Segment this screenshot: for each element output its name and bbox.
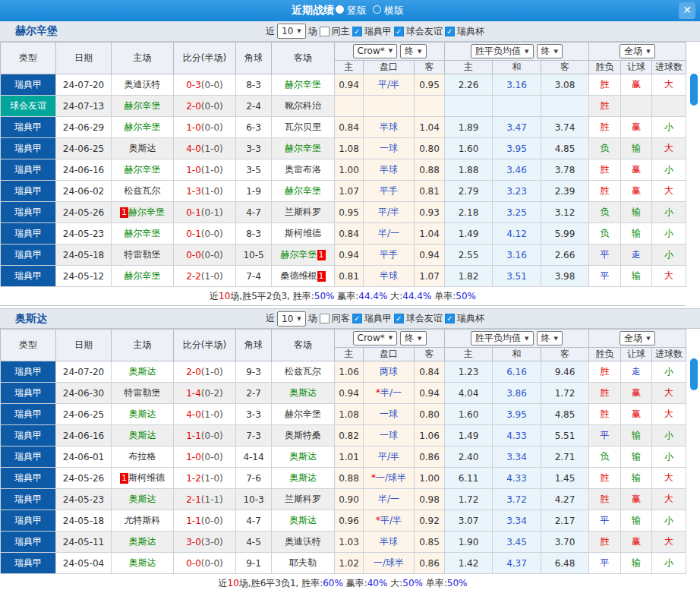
final-select[interactable]: 终▼ bbox=[400, 44, 426, 58]
ah-away-odds: 0.81 bbox=[415, 181, 445, 202]
layout-radio-group: 竖版横版 bbox=[334, 4, 408, 17]
result-handicap: 输 bbox=[621, 446, 652, 468]
result-wdl: 胜 bbox=[589, 532, 621, 553]
avg-odds-select[interactable]: 胜平负均值▼ bbox=[471, 44, 533, 58]
away-team-cell: 奥迪沃特 bbox=[272, 532, 335, 553]
result-wdl: 胜 bbox=[589, 159, 621, 181]
odds-company-select[interactable]: Crow*▼ bbox=[353, 331, 398, 345]
halftime-score: (0-0) bbox=[201, 558, 223, 569]
result-handicap: 赢 bbox=[621, 181, 652, 202]
layout-radio-1[interactable] bbox=[373, 5, 381, 14]
score-cell: 1-0(1-0) bbox=[174, 159, 236, 181]
team-section-away: 奥斯达 近10▼场同客✓瑞典甲✓球会友谊✓瑞典杯 类型日期主场比分(半场)角球客… bbox=[0, 308, 700, 590]
games-count-select[interactable]: 10▼ bbox=[277, 311, 306, 327]
games-count-select[interactable]: 10▼ bbox=[277, 24, 306, 39]
home-team-cell: 赫尔辛堡 bbox=[112, 266, 174, 287]
select-value: 全场 bbox=[624, 332, 642, 345]
home-team-cell: 奥斯达 bbox=[112, 425, 174, 446]
result-handicap: 输 bbox=[621, 223, 652, 245]
sub-col-header: 让球 bbox=[621, 348, 652, 361]
scrollbar-thumb[interactable] bbox=[690, 358, 698, 390]
avg-odds-select[interactable]: 胜平负均值▼ bbox=[471, 331, 533, 345]
eu-home-odds: 1.82 bbox=[445, 266, 493, 287]
matches-table: 类型日期主场比分(半场)角球客场Crow*▼终▼胜平负均值▼终▼全场▼主盘口客主… bbox=[0, 42, 686, 287]
same-venue-checkbox[interactable] bbox=[320, 314, 330, 323]
same-venue-checkbox[interactable] bbox=[320, 27, 330, 36]
ah-away-odds: 0.95 bbox=[415, 74, 445, 96]
league-label-1: 球会友谊 bbox=[406, 25, 443, 38]
sub-col-header: 客 bbox=[415, 61, 445, 74]
team-label: 奥斯特桑 bbox=[285, 430, 321, 440]
eu-home-odds: 2.26 bbox=[445, 74, 493, 96]
games-label: 场 bbox=[308, 312, 317, 325]
fulltime-score: 0-1 bbox=[186, 207, 201, 218]
final-select[interactable]: 终▼ bbox=[400, 331, 426, 345]
ah-away-odds: 0.80 bbox=[415, 404, 445, 425]
team-section-home: 赫尔辛堡 近10▼场同主✓瑞典甲✓球会友谊✓瑞典杯 类型日期主场比分(半场)角球… bbox=[0, 21, 700, 306]
result-handicap: 输 bbox=[621, 425, 652, 446]
result-handicap: 赢 bbox=[621, 159, 652, 181]
corner-cell: 3-5 bbox=[236, 159, 272, 181]
layout-radio-0[interactable] bbox=[336, 5, 344, 14]
sub-col-header: 让球 bbox=[621, 61, 652, 74]
home-team-cell: 特雷勒堡 bbox=[112, 383, 174, 404]
panel-title: 近期战绩 bbox=[292, 4, 334, 17]
date-cell: 24-05-12 bbox=[56, 266, 112, 287]
handicap-cell: *一/球半 bbox=[364, 468, 415, 489]
fulltime-score: 2-2 bbox=[186, 271, 201, 282]
ah-away-odds: 0.88 bbox=[415, 159, 445, 181]
league-label-2: 瑞典杯 bbox=[457, 25, 484, 38]
corner-cell: 4-7 bbox=[236, 510, 272, 532]
eu-home-odds: 2.40 bbox=[445, 446, 493, 468]
result-wdl: 胜 bbox=[589, 468, 621, 489]
handicap-cell: 半球 bbox=[364, 266, 415, 287]
date-cell: 24-05-18 bbox=[56, 510, 112, 532]
eu-away-odds: 3.78 bbox=[541, 159, 589, 181]
col-header: 比分(半场) bbox=[174, 330, 236, 361]
away-team-cell: 奥斯达 bbox=[272, 468, 335, 489]
match-type-cell: 瑞典甲 bbox=[1, 468, 56, 489]
result-goals: 大 bbox=[652, 138, 686, 159]
select-value: 10 bbox=[282, 314, 293, 324]
handicap-cell: 一/球半 bbox=[364, 553, 415, 574]
avg-final-select[interactable]: 终▼ bbox=[537, 331, 563, 345]
close-button[interactable]: ✕ bbox=[679, 2, 695, 19]
result-goals: 小 bbox=[652, 159, 686, 181]
match-row: 瑞典甲24-06-02松兹瓦尔1-3(1-0)1-9赫尔辛堡1.07平手0.81… bbox=[1, 181, 686, 202]
match-row: 瑞典甲24-05-12赫尔辛堡2-2(1-0)7-4桑德维根10.81半球1.0… bbox=[1, 266, 686, 287]
odds-company-select[interactable]: Crow*▼ bbox=[353, 44, 398, 58]
ah-home-odds: 0.84 bbox=[335, 223, 364, 245]
handicap-cell: 平/半 bbox=[364, 74, 415, 96]
scrollbar-thumb[interactable] bbox=[690, 74, 698, 106]
date-cell: 24-06-29 bbox=[56, 117, 112, 138]
sub-col-header: 主 bbox=[335, 348, 364, 361]
fulltime-score: 1-2 bbox=[186, 473, 201, 484]
match-row: 瑞典甲24-06-30特雷勒堡1-4(0-2)2-7奥斯达0.94*半/一0.9… bbox=[1, 383, 686, 404]
team-label: 奥斯达 bbox=[289, 451, 317, 462]
result-goals: 小 bbox=[652, 425, 686, 446]
handicap-label: 一球 bbox=[380, 143, 398, 153]
league-checkbox-1[interactable]: ✓ bbox=[394, 27, 404, 36]
avg-final-select[interactable]: 终▼ bbox=[537, 44, 563, 58]
eu-home-odds: 1.90 bbox=[445, 532, 493, 553]
league-checkbox-2[interactable]: ✓ bbox=[445, 27, 455, 36]
match-row: 瑞典甲24-05-23奥斯达2-1(1-1)10-3兰斯科罗0.90半/一0.9… bbox=[1, 489, 686, 510]
section-strip: 奥斯达 近10▼场同客✓瑞典甲✓球会友谊✓瑞典杯 bbox=[0, 308, 700, 329]
col-header: 比分(半场) bbox=[174, 43, 236, 74]
team-label: 奥斯达 bbox=[289, 515, 317, 525]
score-cell: 2-1(1-1) bbox=[174, 489, 236, 510]
date-cell: 24-06-25 bbox=[56, 138, 112, 159]
eu-draw-odds: 3.34 bbox=[493, 510, 541, 532]
league-checkbox-0[interactable]: ✓ bbox=[352, 27, 362, 36]
score-cell: 2-0(1-0) bbox=[174, 361, 236, 383]
scope-select[interactable]: 全场▼ bbox=[620, 44, 654, 58]
league-checkbox-1[interactable]: ✓ bbox=[394, 314, 404, 323]
scope-select[interactable]: 全场▼ bbox=[620, 331, 654, 345]
result-handicap: 赢 bbox=[621, 404, 652, 425]
match-type-cell: 瑞典甲 bbox=[1, 245, 56, 266]
league-checkbox-0[interactable]: ✓ bbox=[352, 314, 362, 323]
corner-cell: 3-3 bbox=[236, 138, 272, 159]
league-checkbox-2[interactable]: ✓ bbox=[445, 314, 455, 323]
away-team-cell: 赫尔辛堡 bbox=[272, 138, 335, 159]
score-cell: 1-4(0-2) bbox=[174, 383, 236, 404]
